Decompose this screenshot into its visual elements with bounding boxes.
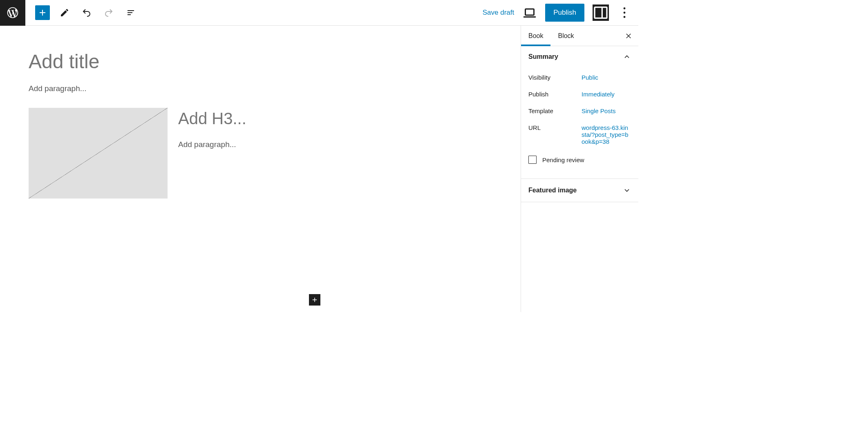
svg-point-9 [624, 7, 626, 9]
preview-button[interactable] [522, 5, 537, 20]
pending-review-label: Pending review [542, 156, 584, 163]
image-placeholder-block[interactable] [29, 108, 168, 199]
svg-rect-5 [526, 9, 534, 15]
featured-image-heading: Featured image [528, 187, 577, 194]
editor-canvas: Add title Add paragraph... Add H3... Add… [0, 26, 521, 312]
url-value[interactable]: wordpress-63.kinsta/?post_type=book&p=38 [582, 124, 631, 145]
editor-top-bar: Save draft Publish [0, 0, 638, 26]
visibility-value[interactable]: Public [582, 74, 631, 81]
svg-point-11 [624, 16, 626, 18]
publish-value[interactable]: Immediately [582, 91, 631, 98]
add-block-button[interactable] [35, 5, 50, 20]
undo-button[interactable] [79, 5, 94, 20]
url-label: URL [528, 124, 582, 131]
laptop-icon [522, 5, 537, 20]
template-value[interactable]: Single Posts [582, 107, 631, 114]
undo-icon [82, 8, 92, 18]
redo-icon [104, 8, 114, 18]
wordpress-icon [6, 6, 19, 19]
tab-post-type[interactable]: Book [521, 26, 550, 46]
column-right: Add H3... Add paragraph... [178, 108, 492, 149]
settings-sidebar: Book Block Summary Visibility Public Pub… [521, 26, 638, 312]
pending-review-checkbox[interactable] [528, 156, 537, 164]
summary-url-row: URL wordpress-63.kinsta/?post_type=book&… [528, 119, 631, 150]
pending-review-row: Pending review [528, 150, 631, 174]
settings-panel-toggle[interactable] [593, 4, 609, 21]
summary-visibility-row: Visibility Public [528, 69, 631, 86]
chevron-down-icon [623, 186, 631, 194]
post-title-input[interactable]: Add title [29, 50, 492, 73]
svg-rect-7 [595, 7, 607, 18]
list-icon [126, 8, 136, 18]
columns-block: Add H3... Add paragraph... [29, 108, 492, 199]
close-sidebar-button[interactable] [619, 26, 638, 46]
editor-tools-left [25, 5, 138, 20]
paragraph-block[interactable]: Add paragraph... [29, 84, 492, 93]
paragraph-block-2[interactable]: Add paragraph... [178, 140, 492, 149]
redo-button[interactable] [101, 5, 116, 20]
featured-image-panel-toggle[interactable]: Featured image [521, 179, 638, 202]
sidebar-icon [593, 4, 609, 21]
editor-tools-right: Save draft Publish [483, 4, 638, 22]
visibility-label: Visibility [528, 74, 582, 81]
svg-point-10 [624, 12, 626, 14]
publish-label: Publish [528, 91, 582, 98]
template-label: Template [528, 107, 582, 114]
save-draft-button[interactable]: Save draft [483, 9, 515, 17]
main-area: Add title Add paragraph... Add H3... Add… [0, 26, 638, 312]
summary-publish-row: Publish Immediately [528, 86, 631, 103]
summary-panel-body: Visibility Public Publish Immediately Te… [521, 67, 638, 179]
summary-panel-toggle[interactable]: Summary [521, 46, 638, 67]
append-block-button[interactable] [309, 294, 320, 306]
wordpress-logo[interactable] [0, 0, 25, 26]
pencil-icon [60, 8, 69, 18]
chevron-up-icon [623, 53, 631, 61]
options-menu-button[interactable] [617, 5, 632, 20]
tools-button[interactable] [57, 5, 72, 20]
publish-button[interactable]: Publish [545, 4, 584, 22]
plus-icon [311, 296, 318, 303]
close-icon [625, 32, 632, 40]
summary-template-row: Template Single Posts [528, 103, 631, 119]
tab-block[interactable]: Block [550, 26, 581, 46]
summary-heading: Summary [528, 53, 558, 60]
document-overview-button[interactable] [123, 5, 138, 20]
plus-icon [38, 8, 47, 18]
kebab-icon [617, 5, 632, 20]
heading-h3-block[interactable]: Add H3... [178, 109, 492, 128]
sidebar-tabs: Book Block [521, 26, 638, 46]
